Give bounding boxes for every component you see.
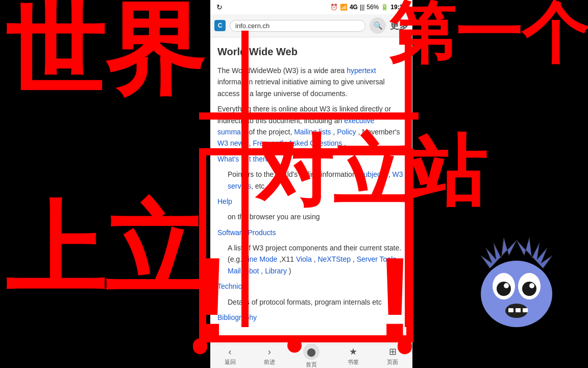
- search-button[interactable]: 🔍: [370, 17, 386, 34]
- network-label: 4G: [350, 4, 358, 11]
- home-icon: ⬤: [307, 347, 316, 357]
- pages-icon: ⊞: [389, 346, 397, 357]
- pages-label: 页面: [387, 358, 398, 366]
- signal-bars: |||: [360, 4, 364, 11]
- forward-label: 前进: [264, 358, 275, 366]
- policy-link[interactable]: Policy: [337, 128, 356, 136]
- alarm-icon: ⏰: [330, 4, 338, 11]
- nav-pages[interactable]: ⊞ 页面: [387, 346, 398, 366]
- time-label: 19:20: [390, 4, 406, 11]
- browser-toolbar: C info.cern.ch 🔍 更多: [210, 14, 412, 37]
- bookmarks-icon: ★: [349, 346, 357, 357]
- status-right: ⏰ 📶 4G ||| 56% 🔋 19:20: [330, 4, 406, 11]
- back-icon: ‹: [229, 347, 232, 357]
- url-bar[interactable]: info.cern.ch: [230, 20, 365, 32]
- svg-point-7: [504, 283, 509, 288]
- status-bar: ↻ ⏰ 📶 4G ||| 56% 🔋 19:20: [210, 0, 412, 14]
- faq-link[interactable]: Frequently Asked Questions: [253, 139, 342, 147]
- red-dot-tr: [398, 340, 412, 354]
- refresh-icon: ↻: [216, 3, 223, 11]
- more-button[interactable]: 更多: [390, 19, 408, 32]
- scared-face-emoji: [471, 235, 562, 327]
- nav-bookmarks[interactable]: ★ 书签: [348, 346, 359, 366]
- nav-back[interactable]: ‹ 返回: [225, 347, 236, 366]
- svg-point-6: [522, 282, 536, 296]
- svg-point-5: [497, 282, 511, 296]
- red-box-outline: [199, 148, 413, 342]
- back-label: 返回: [225, 358, 236, 366]
- red-dot-tl: [193, 340, 207, 354]
- search-icon: 🔍: [374, 21, 382, 30]
- svg-point-8: [529, 283, 534, 288]
- status-left: ↻: [216, 3, 223, 11]
- wifi-icon: 📶: [340, 4, 348, 11]
- mailing-lists-link[interactable]: Mailing lists: [294, 128, 331, 136]
- hypertext-link[interactable]: hypertext: [347, 66, 376, 75]
- bottom-nav: ‹ 返回 › 前进 ⬤ 首页 ★ 书签 ⊞ 页面: [210, 343, 412, 368]
- browser-logo: C: [214, 20, 226, 31]
- svg-rect-11: [516, 308, 521, 312]
- battery-label: 56%: [366, 4, 379, 11]
- url-text: info.cern.ch: [235, 22, 270, 30]
- nav-home[interactable]: ⬤ 首页: [303, 343, 320, 368]
- nav-forward[interactable]: › 前进: [264, 347, 275, 366]
- svg-rect-12: [523, 308, 528, 312]
- home-label: 首页: [306, 361, 317, 368]
- forward-icon: ›: [268, 347, 271, 357]
- bookmarks-label: 书签: [348, 358, 359, 366]
- battery-icon: 🔋: [381, 4, 388, 11]
- svg-rect-10: [508, 308, 513, 312]
- red-horizontal-line-top: [199, 112, 419, 120]
- red-dot-bm: [287, 338, 302, 353]
